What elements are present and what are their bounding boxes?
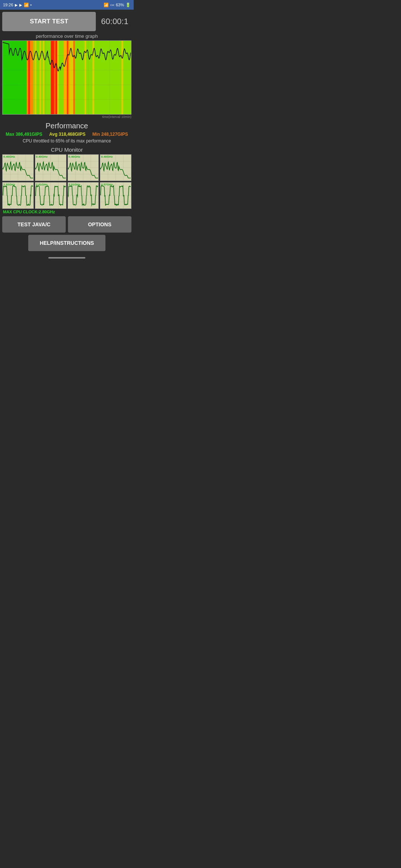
cpu-freq-1: 0.40GHz bbox=[36, 155, 48, 158]
graph-title: performance over time graph bbox=[2, 33, 131, 39]
cpu-freq-5: 2.01GHz bbox=[36, 183, 48, 186]
performance-graph bbox=[2, 40, 131, 115]
performance-title: Performance bbox=[2, 122, 131, 130]
perf-max: Max 386,491GIPS bbox=[6, 132, 42, 137]
cpu-canvas-6 bbox=[68, 183, 99, 208]
cpu-grid: 0.40GHz 0.40GHz 0.40GHz 0.40GHz 1.92GHz bbox=[2, 154, 131, 209]
time: 19:26 bbox=[3, 3, 13, 7]
cpu-canvas-1 bbox=[35, 155, 66, 181]
cpu-canvas-2 bbox=[68, 155, 99, 181]
home-indicator bbox=[0, 253, 134, 261]
help-button-container: HELP/INSTRUCTIONS bbox=[2, 235, 131, 251]
cpu-cell-2: 0.40GHz bbox=[68, 154, 99, 181]
cpu-cell-3: 0.40GHz bbox=[100, 154, 131, 181]
cpu-cell-4: 1.92GHz bbox=[2, 182, 34, 209]
cpu-freq-2: 0.40GHz bbox=[69, 155, 81, 158]
cpu-canvas-3 bbox=[100, 155, 131, 181]
performance-canvas bbox=[3, 41, 131, 114]
cpu-monitor-title: CPU Monitor bbox=[2, 147, 131, 153]
perf-throttle: CPU throttled to 65% of its max performa… bbox=[2, 138, 131, 144]
status-bar: 19:26 ▶ ▶ 📶 • 📶 ‹›‹ 63% 🔋 bbox=[0, 0, 134, 10]
graph-x-label: time(interval 10min) bbox=[2, 115, 131, 119]
options-button[interactable]: OPTIONS bbox=[68, 216, 131, 233]
wifi-icon: 📶 bbox=[24, 3, 29, 7]
cpu-cell-0: 0.40GHz bbox=[2, 154, 34, 181]
start-test-button[interactable]: START TEST bbox=[2, 12, 96, 31]
performance-section: Performance Max 386,491GIPS Avg 318,468G… bbox=[2, 122, 131, 144]
battery-icon: 🔋 bbox=[125, 3, 131, 7]
cpu-monitor-section: CPU Monitor 0.40GHz 0.40GHz 0.40GHz 0.40… bbox=[2, 147, 131, 214]
cpu-freq-4: 1.92GHz bbox=[3, 183, 15, 186]
help-instructions-button[interactable]: HELP/INSTRUCTIONS bbox=[28, 235, 106, 251]
status-right: 📶 ‹›‹ 63% 🔋 bbox=[104, 3, 131, 7]
max-cpu-label: MAX CPU CLOCK:2.80GHz bbox=[2, 210, 131, 214]
status-left: 19:26 ▶ ▶ 📶 • bbox=[3, 3, 32, 7]
home-bar bbox=[48, 257, 85, 259]
youtube-icon2: ▶ bbox=[19, 3, 22, 7]
cpu-freq-0: 0.40GHz bbox=[3, 155, 15, 158]
battery-label: 63% bbox=[116, 3, 124, 7]
dot-icon: • bbox=[30, 3, 32, 7]
cell-signal-icon: ‹›‹ bbox=[110, 3, 114, 7]
cpu-canvas-4 bbox=[3, 183, 33, 208]
cpu-freq-3: 0.40GHz bbox=[101, 155, 113, 158]
cpu-freq-7: 0.57GHz bbox=[101, 183, 113, 186]
cpu-cell-5: 2.01GHz bbox=[35, 182, 66, 209]
cpu-canvas-5 bbox=[35, 183, 66, 208]
cpu-cell-7: 0.57GHz bbox=[100, 182, 131, 209]
cpu-canvas-7 bbox=[100, 183, 131, 208]
perf-min: Min 248,127GIPS bbox=[92, 132, 128, 137]
top-row: START TEST 60:00:1 bbox=[2, 12, 131, 31]
bottom-buttons: TEST JAVA/C OPTIONS bbox=[2, 216, 131, 233]
graph-section: performance over time graph 100% 80% 60%… bbox=[2, 33, 131, 119]
main-content: START TEST 60:00:1 performance over time… bbox=[0, 10, 134, 253]
wifi-signal-icon: 📶 bbox=[104, 3, 109, 7]
cpu-canvas-0 bbox=[3, 155, 33, 181]
timer-display: 60:00:1 bbox=[98, 17, 131, 26]
performance-stats: Max 386,491GIPS Avg 318,468GIPS Min 248,… bbox=[2, 132, 131, 137]
cpu-cell-1: 0.40GHz bbox=[35, 154, 66, 181]
youtube-icon: ▶ bbox=[15, 3, 18, 7]
cpu-freq-6: 2.01GHz bbox=[69, 183, 81, 186]
test-java-c-button[interactable]: TEST JAVA/C bbox=[2, 216, 66, 233]
perf-avg: Avg 318,468GIPS bbox=[49, 132, 86, 137]
cpu-cell-6: 2.01GHz bbox=[68, 182, 99, 209]
